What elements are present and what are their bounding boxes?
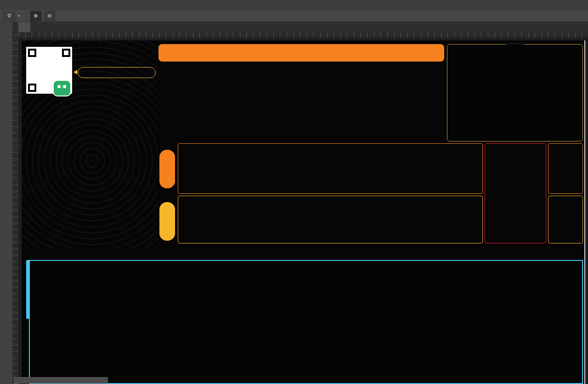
calendar-months [158, 64, 445, 141]
special-activity-band [178, 196, 483, 243]
canvas-document[interactable] [22, 40, 585, 384]
tool-bar [0, 22, 13, 384]
qr-eye [62, 49, 70, 57]
vertical-ruler[interactable] [13, 38, 19, 384]
qr-code [26, 47, 72, 94]
national-day-1111-box [485, 143, 546, 243]
photoshop-window: ⚲ ▼ ⊕ ⊖ [0, 0, 588, 384]
horizontal-ruler[interactable] [18, 32, 588, 38]
options-bar: ⚲ ▼ ⊕ ⊖ [0, 10, 588, 22]
tool-preset-caret-icon[interactable]: ▼ [17, 14, 21, 17]
document-tab[interactable] [18, 22, 31, 32]
zoom-out-button[interactable]: ⊖ [44, 11, 55, 21]
ruler-corner [13, 32, 18, 38]
divider [25, 12, 26, 20]
qr-caption-pill [78, 67, 156, 78]
monthly-activity-label [159, 150, 175, 188]
tips-title [506, 43, 524, 45]
wechat-icon [53, 80, 71, 96]
zoom-in-button[interactable]: ⊕ [30, 11, 41, 21]
qr-eye [28, 84, 36, 92]
qr-eye [28, 49, 36, 57]
document-tab-bar [0, 22, 588, 33]
document-scrollbar[interactable] [14, 377, 108, 384]
flow-chart [29, 260, 583, 384]
marketing-tips-panel [447, 44, 583, 141]
calendar-banner [158, 44, 444, 62]
poster-hero [22, 40, 158, 248]
double12-box [548, 143, 583, 194]
monthly-activity-band [178, 143, 483, 194]
arrow-left-icon [74, 70, 77, 74]
zoom-tool-icon[interactable]: ⚲ [3, 11, 16, 21]
christmas-box [548, 196, 583, 243]
special-activity-label [159, 202, 175, 241]
menu-bar [0, 0, 588, 11]
